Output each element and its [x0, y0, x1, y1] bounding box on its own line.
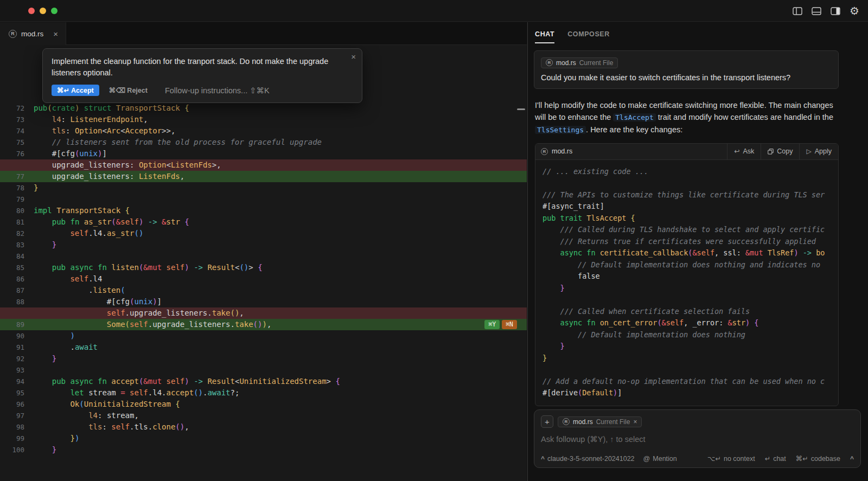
line-number	[0, 159, 34, 171]
ask-icon: ↩	[734, 147, 739, 155]
inline-code[interactable]: TlsSettings	[535, 126, 586, 134]
chat-input-box[interactable]: + R mod.rs Current File × Ask followup (…	[534, 409, 861, 468]
code-line	[542, 364, 838, 376]
code-line: 88 #[cfg(unix)]	[0, 296, 527, 307]
diff-added-line: 89 Some(self.upgrade_listeners.take()),⌘…	[0, 319, 527, 330]
code-line: // Add a default no-op implementation th…	[542, 376, 838, 388]
chat-code-block: R mod.rs ↩ Ask Copy ▷ Apply	[535, 143, 839, 406]
apply-button[interactable]: ▷ Apply	[799, 143, 838, 159]
minimize-window-icon[interactable]	[40, 8, 46, 14]
line-number: 95	[0, 387, 34, 399]
line-number: 77	[0, 171, 34, 182]
model-name: claude-3-5-sonnet-20241022	[547, 455, 635, 463]
code-line: 80impl TransportStack {	[0, 205, 527, 216]
close-window-icon[interactable]	[28, 8, 35, 14]
user-message-card: R mod.rs Current File Could you make it …	[534, 50, 839, 89]
copy-button[interactable]: Copy	[761, 143, 799, 159]
ask-button[interactable]: ↩ Ask	[727, 143, 761, 159]
line-number: 99	[0, 433, 34, 444]
model-selector[interactable]: ^ claude-3-5-sonnet-20241022	[541, 455, 635, 463]
code-line: false	[542, 271, 838, 283]
copy-icon	[768, 149, 774, 155]
line-number: 97	[0, 410, 34, 421]
code-line: 75 // listeners sent from the old proces…	[0, 137, 527, 148]
code-line: }	[542, 283, 838, 294]
line-number: 83	[0, 239, 34, 251]
code-line: 97 l4: stream,	[0, 410, 527, 421]
code-line: 98 tls: self.tls.clone(),	[0, 421, 527, 433]
followup-instructions-button[interactable]: Follow-up instructions... ⇧⌘K	[165, 86, 270, 95]
diff-added-line: 77 upgrade_listeners: ListenFds,	[0, 171, 527, 182]
accept-button[interactable]: ⌘↵ Accept	[52, 85, 99, 96]
inline-code[interactable]: TlsAccept	[613, 113, 655, 121]
code-line: 83 }	[0, 239, 527, 251]
panel-right-icon[interactable]	[831, 7, 840, 15]
code-line: #[async_trait]	[542, 201, 838, 213]
code-line: // ... existing code ...	[542, 166, 838, 178]
line-number: 82	[0, 228, 34, 239]
line-number: 96	[0, 399, 34, 410]
line-number: 94	[0, 376, 34, 387]
panel-bottom-icon[interactable]	[812, 7, 821, 15]
code-line: 93	[0, 364, 527, 376]
tab-close-icon[interactable]: ×	[53, 29, 58, 39]
panel-left-icon[interactable]	[793, 7, 802, 15]
chat-panel: CHAT COMPOSER R mod.rs Current File Coul…	[527, 22, 868, 481]
tab-chat[interactable]: CHAT	[535, 30, 554, 43]
code-line: 95 let stream = self.l4.accept().await?;	[0, 387, 527, 399]
tab-mod-rs[interactable]: R mod.rs ×	[0, 22, 66, 45]
code-line: 85 pub async fn listen(&mut self) -> Res…	[0, 262, 527, 273]
input-placeholder[interactable]: Ask followup (⌘Y), ↑ to select	[541, 435, 854, 444]
chip-file-name: mod.rs	[556, 59, 576, 67]
add-context-button[interactable]: +	[541, 415, 553, 428]
code-line: 82 self.l4.as_str()	[0, 228, 527, 239]
code-line: pub trait TlsAccept {	[542, 213, 838, 225]
traffic-lights	[28, 8, 58, 14]
chip-context-label: Current File	[579, 59, 614, 67]
rust-file-icon: R	[546, 59, 553, 66]
code-line: 87 .listen(	[0, 285, 527, 296]
app-window: ⚙ R mod.rs × 72pub(crate) struct Transpo…	[0, 0, 868, 481]
chevron-up-icon[interactable]: ^	[850, 455, 854, 463]
footer-action-codebase[interactable]: ⌘↵codebase	[796, 454, 840, 463]
code-line: 76 #[cfg(unix)]	[0, 148, 527, 159]
code-block-file: R mod.rs	[541, 147, 727, 155]
code-line: 78}	[0, 182, 527, 194]
line-number: 86	[0, 273, 34, 285]
tab-label: mod.rs	[21, 30, 43, 38]
tab-composer[interactable]: COMPOSER	[567, 30, 610, 43]
maximize-window-icon[interactable]	[51, 8, 58, 14]
editor-body[interactable]: 72pub(crate) struct TransportStack {73 l…	[0, 45, 527, 481]
code-line: 86 self.l4	[0, 273, 527, 285]
settings-gear-icon[interactable]: ⚙	[850, 5, 859, 16]
popup-close-icon[interactable]: ×	[351, 52, 356, 61]
mention-button[interactable]: @ Mention	[643, 455, 677, 463]
code-line: 72pub(crate) struct TransportStack {	[0, 102, 527, 114]
line-number: 92	[0, 353, 34, 364]
context-chip[interactable]: R mod.rs Current File	[541, 57, 618, 68]
chip-close-icon[interactable]: ×	[633, 418, 637, 426]
line-number: 80	[0, 205, 34, 216]
line-number: 72	[0, 102, 34, 114]
diff-deleted-line: self.upgrade_listeners.take(),	[0, 307, 527, 319]
editor-lines: 72pub(crate) struct TransportStack {73 l…	[0, 102, 527, 456]
line-number: 73	[0, 114, 34, 125]
diff-accept-badge[interactable]: ⌘Y	[484, 320, 500, 329]
code-line: 96 Ok(UninitializedStream {	[0, 399, 527, 410]
line-number	[0, 307, 34, 319]
code-line: }	[542, 341, 838, 352]
tab-strip: R mod.rs ×	[0, 22, 527, 45]
footer-action-chat[interactable]: ↵chat	[765, 454, 786, 463]
at-icon: @	[643, 455, 650, 463]
input-footer-right: ⌥↵no context↵chat⌘↵codebase^	[707, 454, 854, 463]
footer-action-no-context[interactable]: ⌥↵no context	[707, 454, 755, 463]
reject-button[interactable]: ⌘⌫ Reject	[109, 86, 148, 94]
diff-reject-badge[interactable]: ⌘N	[502, 320, 517, 329]
line-number: 75	[0, 137, 34, 148]
input-footer: ^ claude-3-5-sonnet-20241022 @ Mention ⌥…	[541, 454, 854, 463]
line-number: 78	[0, 182, 34, 194]
code-line: /// Called when certificate selection fa…	[542, 306, 838, 318]
user-message-text: Could you make it easier to switch certi…	[541, 73, 832, 82]
code-block-header: R mod.rs ↩ Ask Copy ▷ Apply	[535, 144, 838, 160]
input-context-chip[interactable]: R mod.rs Current File ×	[558, 416, 642, 427]
